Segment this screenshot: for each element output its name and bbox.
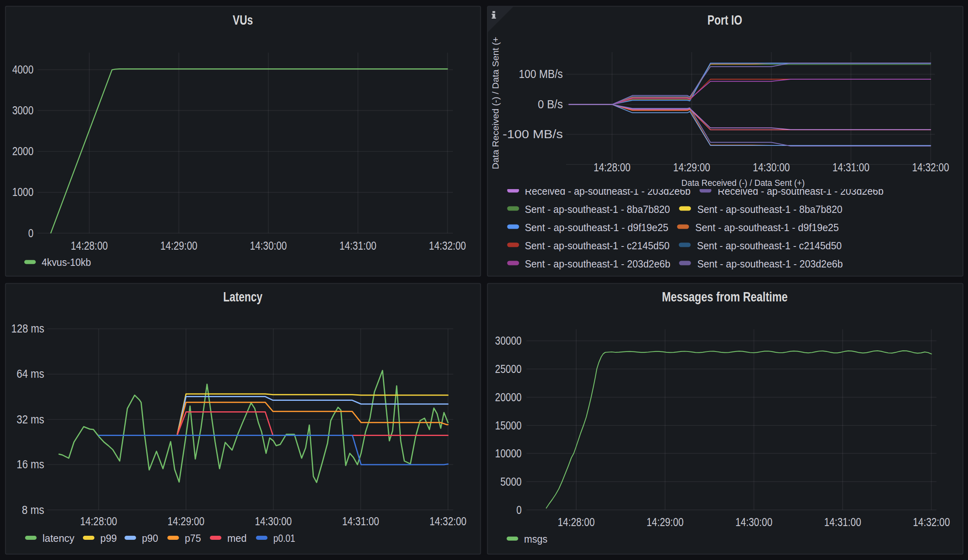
- svg-text:14:30:00: 14:30:00: [255, 515, 292, 528]
- svg-text:Data Received (-) / Data Sent: Data Received (-) / Data Sent (+): [681, 178, 805, 188]
- svg-text:15000: 15000: [495, 419, 522, 432]
- svg-text:Sent - ap-southeast-1 - 203d2e: Sent - ap-southeast-1 - 203d2e6b: [697, 258, 843, 269]
- svg-text:5000: 5000: [500, 475, 522, 488]
- svg-text:Sent - ap-southeast-1 - 203d2e: Sent - ap-southeast-1 - 203d2e6b: [525, 258, 670, 269]
- svg-text:14:30:00: 14:30:00: [753, 161, 790, 174]
- svg-text:14:31:00: 14:31:00: [824, 516, 861, 528]
- svg-text:30000: 30000: [495, 334, 522, 347]
- svg-text:Port IO: Port IO: [708, 13, 742, 27]
- svg-text:p99: p99: [100, 532, 117, 544]
- svg-text:14:32:00: 14:32:00: [429, 515, 467, 528]
- svg-text:14:32:00: 14:32:00: [912, 161, 949, 174]
- svg-text:Sent - ap-southeast-1 - 8ba7b8: Sent - ap-southeast-1 - 8ba7b820: [697, 204, 842, 215]
- svg-text:14:31:00: 14:31:00: [833, 161, 870, 174]
- svg-text:Sent - ap-southeast-1 - d9f19e: Sent - ap-southeast-1 - d9f19e25: [695, 222, 839, 233]
- svg-text:8 ms: 8 ms: [22, 503, 44, 516]
- svg-text:14:32:00: 14:32:00: [913, 516, 950, 528]
- svg-text:p90: p90: [142, 532, 158, 544]
- svg-text:Sent - ap-southeast-1 - d9f19e: Sent - ap-southeast-1 - d9f19e25: [525, 222, 668, 233]
- svg-text:2000: 2000: [12, 145, 34, 158]
- svg-text:100 MB/s: 100 MB/s: [519, 67, 563, 80]
- svg-text:med: med: [227, 532, 247, 544]
- svg-text:14:31:00: 14:31:00: [339, 239, 376, 252]
- svg-text:14:32:00: 14:32:00: [429, 239, 466, 252]
- svg-text:25000: 25000: [495, 362, 522, 375]
- svg-text:Messages from Realtime: Messages from Realtime: [662, 289, 788, 304]
- svg-text:14:30:00: 14:30:00: [736, 516, 773, 528]
- svg-text:p75: p75: [185, 532, 201, 544]
- svg-text:32 ms: 32 ms: [17, 413, 44, 426]
- svg-text:128 ms: 128 ms: [11, 322, 44, 335]
- svg-text:20000: 20000: [495, 391, 522, 404]
- svg-text:0: 0: [28, 227, 34, 240]
- svg-text:4kvus-10kb: 4kvus-10kb: [42, 256, 91, 268]
- svg-text:14:31:00: 14:31:00: [342, 515, 379, 528]
- svg-text:4000: 4000: [12, 63, 34, 76]
- svg-text:p0.01: p0.01: [273, 532, 295, 544]
- svg-text:0 B/s: 0 B/s: [538, 98, 563, 111]
- svg-text:3000: 3000: [12, 104, 34, 117]
- svg-text:latency: latency: [42, 532, 74, 544]
- svg-text:10000: 10000: [495, 447, 522, 460]
- svg-text:VUs: VUs: [233, 13, 253, 27]
- svg-text:64 ms: 64 ms: [17, 367, 44, 380]
- svg-text:14:29:00: 14:29:00: [673, 161, 710, 174]
- svg-text:14:30:00: 14:30:00: [250, 239, 287, 252]
- svg-text:14:29:00: 14:29:00: [161, 239, 198, 252]
- svg-text:14:28:00: 14:28:00: [558, 516, 595, 528]
- svg-text:1000: 1000: [12, 185, 34, 198]
- svg-text:14:28:00: 14:28:00: [80, 515, 117, 528]
- svg-text:msgs: msgs: [524, 533, 547, 545]
- svg-text:Sent - ap-southeast-1 - c2145d: Sent - ap-southeast-1 - c2145d50: [525, 240, 670, 251]
- svg-text:14:29:00: 14:29:00: [167, 515, 205, 528]
- svg-text:14:29:00: 14:29:00: [647, 516, 684, 528]
- svg-text:16 ms: 16 ms: [17, 458, 44, 471]
- svg-text:14:28:00: 14:28:00: [594, 161, 631, 174]
- svg-text:0: 0: [516, 503, 522, 516]
- svg-text:Sent - ap-southeast-1 - 8ba7b8: Sent - ap-southeast-1 - 8ba7b820: [525, 204, 670, 215]
- svg-text:Sent - ap-southeast-1 - c2145d: Sent - ap-southeast-1 - c2145d50: [697, 240, 842, 251]
- svg-text:-100 MB/s: -100 MB/s: [503, 128, 563, 141]
- svg-text:Latency: Latency: [223, 289, 263, 304]
- svg-text:Data Received (-) / Data Sent: Data Received (-) / Data Sent (+: [490, 37, 501, 169]
- svg-text:14:28:00: 14:28:00: [71, 239, 108, 252]
